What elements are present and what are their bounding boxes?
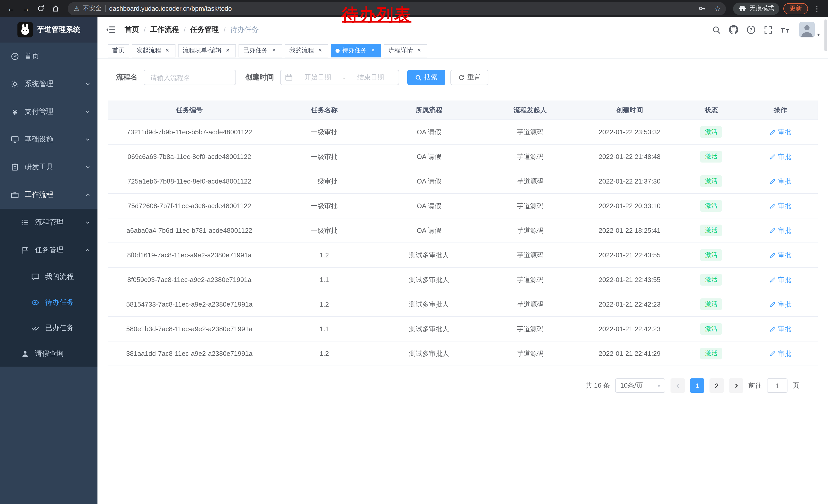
user-menu[interactable]: ▾ xyxy=(799,22,820,37)
tab-done-tasks[interactable]: 已办任务 × xyxy=(239,44,282,57)
next-page-button[interactable] xyxy=(729,378,743,393)
task-id: 580e1b3d-7ac8-11ec-a9e2-a2380e71991a xyxy=(108,325,271,333)
task-name: 一级审批 xyxy=(271,152,378,161)
breadcrumb-home[interactable]: 首页 xyxy=(125,25,139,34)
approve-link[interactable]: 审批 xyxy=(770,201,791,211)
github-icon[interactable] xyxy=(729,25,738,34)
security-label[interactable]: 不安全 xyxy=(83,4,101,13)
help-icon[interactable]: ? xyxy=(746,25,756,34)
sidebar-item-leave-query[interactable]: 请假查询 xyxy=(0,341,97,367)
approve-link[interactable]: 审批 xyxy=(770,177,791,186)
table-row: 580e1b3d-7ac8-11ec-a9e2-a2380e71991a 1.1… xyxy=(108,317,818,341)
sidebar-item-label: 待办任务 xyxy=(45,298,74,307)
close-icon[interactable]: × xyxy=(164,47,171,54)
goto-page-input[interactable] xyxy=(767,378,787,393)
task-process: OA 请假 xyxy=(378,177,481,186)
sidebar-item-devtools[interactable]: 研发工具 xyxy=(0,153,97,181)
tab-home[interactable]: 首页 xyxy=(108,44,129,57)
breadcrumb-task-management[interactable]: 任务管理 xyxy=(190,25,219,34)
browser-refresh-icon[interactable] xyxy=(34,2,48,15)
table-row: 381aa1dd-7ac8-11ec-a9e2-a2380e71991a 1.2… xyxy=(108,341,818,366)
tab-todo-tasks[interactable]: 待办任务 × xyxy=(331,44,381,57)
search-button[interactable]: 搜索 xyxy=(407,70,445,85)
task-id: 8f0d1619-7ac8-11ec-a9e2-a2380e71991a xyxy=(108,251,271,259)
sidebar-item-todo-tasks[interactable]: 待办任务 xyxy=(0,290,97,315)
main-content: 首页 / 工作流程 / 任务管理 / 待办任务 ? xyxy=(97,17,828,504)
browser-forward-icon[interactable]: → xyxy=(19,2,33,15)
search-icon[interactable] xyxy=(712,26,721,34)
close-icon[interactable]: × xyxy=(317,47,324,54)
approve-link[interactable]: 审批 xyxy=(770,226,791,235)
browser-home-icon[interactable] xyxy=(49,2,63,15)
approve-link[interactable]: 审批 xyxy=(770,152,791,161)
browser-back-icon[interactable]: ← xyxy=(4,2,18,15)
list-icon xyxy=(20,218,30,227)
sidebar-item-process-management[interactable]: 流程管理 xyxy=(0,209,97,236)
yen-icon: ¥ xyxy=(10,107,19,116)
password-key-icon[interactable] xyxy=(696,2,708,15)
sidebar-item-label: 我的流程 xyxy=(45,272,74,281)
tab-start-process[interactable]: 发起流程 × xyxy=(132,44,175,57)
tab-label: 发起流程 xyxy=(136,46,161,55)
fullscreen-icon[interactable] xyxy=(764,26,773,34)
reset-button[interactable]: 重置 xyxy=(450,70,488,85)
approve-link[interactable]: 审批 xyxy=(770,300,791,309)
url-text[interactable]: dashboard.yudao.iocoder.cn/bpm/task/todo xyxy=(109,5,232,12)
breadcrumb-current: 待办任务 xyxy=(230,25,259,34)
tab-my-process[interactable]: 我的流程 × xyxy=(285,44,328,57)
tab-process-form-edit[interactable]: 流程表单-编辑 × xyxy=(178,44,236,57)
breadcrumb-workflow[interactable]: 工作流程 xyxy=(150,25,179,34)
process-name-input[interactable] xyxy=(143,70,236,85)
task-id: 069c6a63-7b8a-11ec-8ef0-acde48001122 xyxy=(108,153,271,161)
close-icon[interactable]: × xyxy=(369,47,377,54)
status-badge: 激活 xyxy=(701,348,722,359)
approve-link[interactable]: 审批 xyxy=(770,250,791,260)
task-name: 1.2 xyxy=(271,301,378,308)
page-size-select[interactable]: 10条/页 ▾ xyxy=(615,378,665,393)
app-title: 芋道管理系统 xyxy=(37,25,80,34)
approve-link[interactable]: 审批 xyxy=(770,127,791,137)
font-size-icon[interactable]: TT xyxy=(781,26,791,34)
sidebar-item-done-tasks[interactable]: 已办任务 xyxy=(0,315,97,341)
sidebar-toggle-icon[interactable] xyxy=(106,26,115,34)
table-row: 73211d9d-7b9b-11ec-b5b7-acde48001122 一级审… xyxy=(108,120,818,145)
bookmark-star-icon[interactable]: ☆ xyxy=(711,2,724,15)
prev-page-button[interactable] xyxy=(670,378,685,393)
clipboard-icon xyxy=(10,163,19,171)
sidebar-item-system[interactable]: 系统管理 xyxy=(0,70,97,98)
address-bar[interactable]: ⚠ 不安全 dashboard.yudao.iocoder.cn/bpm/tas… xyxy=(68,2,726,15)
update-button[interactable]: 更新 xyxy=(783,3,808,14)
sidebar-item-infrastructure[interactable]: 基础设施 xyxy=(0,126,97,153)
app-logo[interactable]: 芋道管理系统 xyxy=(0,17,97,43)
date-range-picker[interactable]: 开始日期 - 结束日期 xyxy=(280,70,399,85)
close-icon[interactable]: × xyxy=(224,47,232,54)
approve-link[interactable]: 审批 xyxy=(770,324,791,333)
tab-process-detail[interactable]: 流程详情 × xyxy=(384,44,427,57)
svg-text:?: ? xyxy=(749,27,753,33)
sidebar-item-task-management[interactable]: 任务管理 xyxy=(0,236,97,264)
browser-menu-icon[interactable]: ⋮ xyxy=(810,2,824,15)
task-time: 2022-01-21 22:43:55 xyxy=(580,251,679,259)
person-icon xyxy=(20,350,30,358)
sidebar-item-home[interactable]: 首页 xyxy=(0,43,97,70)
close-icon[interactable]: × xyxy=(271,47,278,54)
page-button-1[interactable]: 1 xyxy=(690,378,704,393)
reset-button-label: 重置 xyxy=(467,73,481,82)
page-scrollbar[interactable] xyxy=(824,19,827,51)
search-form: 流程名 创建时间 开始日期 - 结束日期 搜索 重置 xyxy=(97,59,828,95)
chat-icon xyxy=(31,273,40,281)
table-row: 725a1eb6-7b88-11ec-8ef0-acde48001122 一级审… xyxy=(108,169,818,194)
approve-link[interactable]: 审批 xyxy=(770,275,791,284)
gear-icon xyxy=(10,80,19,88)
chevron-down-icon xyxy=(85,82,90,87)
status-badge: 激活 xyxy=(701,200,722,212)
page-button-2[interactable]: 2 xyxy=(709,378,724,393)
sidebar-item-payment[interactable]: ¥ 支付管理 xyxy=(0,98,97,126)
incognito-badge: 无痕模式 xyxy=(733,2,779,15)
sidebar-item-workflow[interactable]: 工作流程 xyxy=(0,181,97,209)
sidebar-item-my-process[interactable]: 我的流程 xyxy=(0,264,97,290)
task-name: 1.2 xyxy=(271,251,378,259)
approve-link[interactable]: 审批 xyxy=(770,349,791,358)
tab-label: 首页 xyxy=(112,46,125,55)
close-icon[interactable]: × xyxy=(416,47,423,54)
